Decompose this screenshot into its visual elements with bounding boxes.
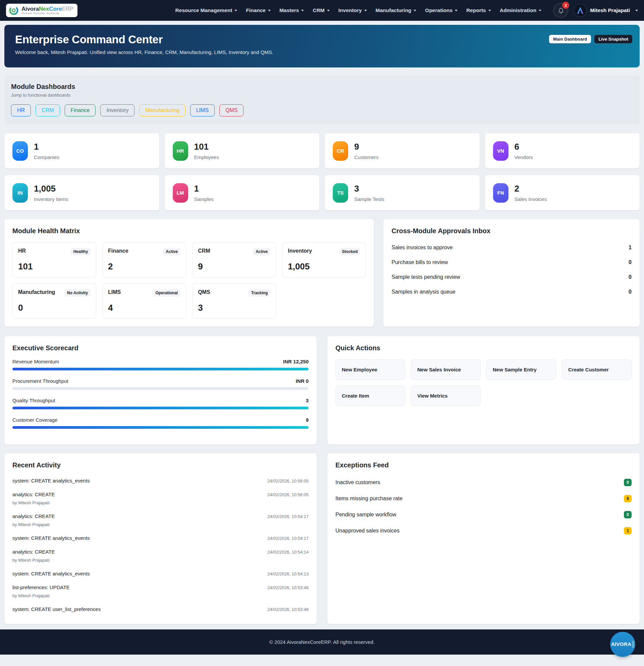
module-dashboard-button[interactable]: Finance <box>65 104 96 117</box>
activity-title: analytics: CREATE <box>13 549 55 555</box>
chevron-down-icon <box>635 10 638 12</box>
stat-card: CO 1 Companies <box>4 133 159 169</box>
stat-card: CR 9 Customers <box>325 133 480 169</box>
module-dashboards-subtitle: Jump to functional dashboards <box>11 93 633 98</box>
module-metric-value: 3 <box>198 303 270 313</box>
activity-title: system: CREATE analytics_events <box>13 535 90 541</box>
module-dashboard-button[interactable]: QMS <box>219 104 244 117</box>
metric-value: 3 <box>306 398 308 403</box>
quick-action-button[interactable]: Create Item <box>336 386 405 406</box>
nav-menu-item[interactable]: Resource Management <box>175 7 237 13</box>
module-health-cell: Inventory Stocked 1,005 <box>282 242 366 278</box>
stat-card-label: Vendors <box>515 154 533 160</box>
exception-count-badge: 0 <box>624 479 631 486</box>
exception-count-badge: 1 <box>624 527 631 534</box>
recent-activity-card: Recent Activity system: CREATE analytics… <box>4 453 317 624</box>
chevron-down-icon <box>327 10 330 12</box>
nav-menu-item[interactable]: Operations <box>425 7 458 13</box>
quick-action-button[interactable]: New Sample Entry <box>486 360 556 380</box>
approvals-count: 0 <box>629 274 631 280</box>
nav-menu-item[interactable]: Manufacturing <box>376 7 416 13</box>
quick-actions-grid: New EmployeeNew Sales InvoiceNew Sample … <box>336 360 631 406</box>
exception-label: Pending sample workflow <box>336 512 396 518</box>
module-health-matrix-card: Module Health Matrix HR Healthy 101 Fina… <box>4 219 374 327</box>
nav-menu-item[interactable]: Finance <box>246 7 271 13</box>
chevron-down-icon <box>488 10 491 12</box>
stat-card-value: 2 <box>515 183 547 194</box>
module-status-badge: Healthy <box>71 248 91 255</box>
stat-card-label: Employees <box>194 154 219 160</box>
stat-card-icon: IN <box>13 183 28 203</box>
approvals-label: Sample tests pending review <box>391 274 460 280</box>
nav-right-controls: 2 Mitesh Prajapati <box>553 3 638 18</box>
module-dashboard-button[interactable]: LIMS <box>190 104 215 117</box>
progress-bar-fill <box>13 407 308 409</box>
approvals-list: Sales invoices to approve 1 Purchase bil… <box>391 240 631 299</box>
module-name: QMS <box>198 289 210 295</box>
module-health-grid: HR Healthy 101 Finance Active 2 CRM <box>13 242 366 319</box>
stat-card-icon: CR <box>333 141 348 161</box>
exceptions-feed-card: Exceptions Feed Inactive customers 0 Ite… <box>327 453 640 624</box>
nav-menu-item[interactable]: Inventory <box>338 7 367 13</box>
nav-menu-item[interactable]: Reports <box>466 7 491 13</box>
activity-item: system: CREATE analytics_events 24/02/20… <box>13 531 308 545</box>
chevron-down-icon <box>414 10 416 12</box>
progress-bar <box>13 407 308 409</box>
module-dashboard-button[interactable]: CRM <box>36 104 60 117</box>
activity-author: by Mitesh Prajapati <box>13 558 308 563</box>
progress-bar <box>13 426 308 429</box>
nav-menu-item[interactable]: Masters <box>280 7 304 13</box>
chevron-down-icon <box>539 10 541 12</box>
module-name: LIMS <box>108 289 121 295</box>
nav-menu-item[interactable]: Administration <box>500 7 541 13</box>
module-status-badge: Operational <box>153 289 180 297</box>
brand-swirl-icon <box>9 5 19 15</box>
quick-action-button[interactable]: New Sales Invoice <box>411 360 481 380</box>
metric-label: Quality Throughput <box>13 398 55 403</box>
stat-card-value: 9 <box>354 142 379 152</box>
activity-timestamp: 24/02/2026, 10:53:46 <box>267 585 308 590</box>
chevron-down-icon <box>234 10 237 12</box>
stat-card-label: Samples <box>194 196 214 202</box>
activity-timestamp: 24/02/2026, 10:56:05 <box>267 492 308 497</box>
brand-logo[interactable]: AivoraNexCoreERP Innovate. Automate. Acc… <box>6 4 77 17</box>
approvals-label: Samples in analysis queue <box>391 289 455 295</box>
bell-icon <box>558 8 564 13</box>
approvals-count: 0 <box>629 289 631 295</box>
activity-item: analytics: CREATE 24/02/2026, 10:54:17 b… <box>13 509 308 531</box>
activity-timestamp: 24/02/2026, 10:54:17 <box>267 514 308 519</box>
chevron-down-icon <box>364 10 367 12</box>
exceptions-feed-title: Exceptions Feed <box>336 461 631 469</box>
nav-menu-item[interactable]: CRM <box>312 7 329 13</box>
module-name: CRM <box>198 248 210 254</box>
quick-action-button[interactable]: View Metrics <box>411 386 481 406</box>
scorecard-metric: Revenue Momentum INR 12,250 <box>13 359 308 370</box>
quick-actions-title: Quick Actions <box>336 344 631 352</box>
module-dashboard-button[interactable]: Manufacturing <box>139 104 185 117</box>
scorecard-metric: Customer Coverage 9 <box>13 417 308 429</box>
stat-card-label: Companies <box>34 154 59 160</box>
module-dashboard-button[interactable]: HR <box>11 104 31 117</box>
user-menu[interactable]: Mitesh Prajapati <box>574 4 638 17</box>
activity-timestamp: 24/02/2026, 10:56:05 <box>267 478 308 484</box>
stat-card-value: 1 <box>34 142 59 152</box>
module-dashboard-button[interactable]: Inventory <box>100 104 135 117</box>
stat-card-value: 3 <box>354 183 384 194</box>
main-dashboard-badge[interactable]: Main Dashboard <box>549 35 591 43</box>
quick-action-button[interactable]: Create Customer <box>562 360 631 380</box>
stat-card-label: Inventory Items <box>34 196 68 202</box>
avatar <box>574 4 587 17</box>
banner-badges: Main Dashboard Live Snapshot <box>549 35 632 43</box>
progress-bar-fill <box>13 368 308 370</box>
module-name: Manufacturing <box>18 289 55 295</box>
brand-tagline: Innovate. Automate. Accelerate. <box>21 12 73 15</box>
module-dashboards-title: Module Dashboards <box>11 83 633 91</box>
notifications-button[interactable]: 2 <box>553 3 568 18</box>
exception-count-badge: 6 <box>624 495 631 502</box>
aivora-assistant-fab[interactable]: AIVORA <box>610 632 635 657</box>
scorecard-metric: Procurement Throughput INR 0 <box>13 378 308 390</box>
quick-action-button[interactable]: New Employee <box>336 360 405 380</box>
metric-label: Customer Coverage <box>13 417 57 423</box>
activity-author: by Mitesh Prajapati <box>13 593 308 598</box>
executive-scorecard-card: Executive Scorecard Revenue Momentum INR… <box>4 336 317 444</box>
